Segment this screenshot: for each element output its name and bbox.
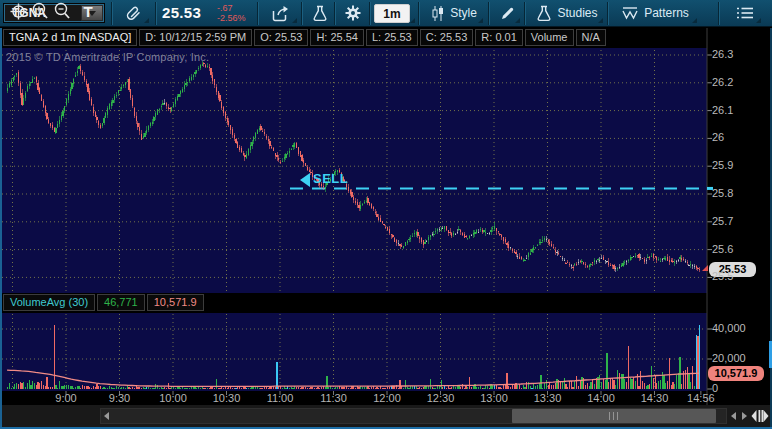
time-axis-label: 9:00 [55, 392, 76, 404]
copyright-watermark: 2015 © TD Ameritrade IP Company, Inc. [6, 51, 209, 63]
price-axis-label: 26.2 [712, 76, 733, 88]
thumb-grip [617, 412, 618, 420]
sell-marker-arrow-icon[interactable] [300, 173, 310, 187]
price-axis-label: 25.7 [712, 215, 733, 227]
time-axis-label: 9:30 [109, 392, 130, 404]
chart-canvas[interactable] [0, 0, 772, 429]
time-axis-label: 13:30 [534, 392, 562, 404]
volume-study-label[interactable]: VolumeAvg (30) [3, 294, 95, 311]
thinkorswim-chart-window: TGNA 25.53 -.67 -2.56% 1m [0, 0, 772, 429]
time-axis-label: 12:00 [373, 392, 401, 404]
price-axis-label: 25.5 [712, 270, 733, 282]
price-axis-label: 25.8 [712, 187, 733, 199]
price-axis-label: 26 [712, 131, 724, 143]
time-axis-label: 14:56 [687, 392, 715, 404]
price-axis-label: 25.6 [712, 243, 733, 255]
splitter-icon[interactable] [750, 407, 770, 425]
time-axis-label: 14:00 [587, 392, 615, 404]
time-axis-label: 10:30 [213, 392, 241, 404]
chart-scrollbar-thumb[interactable] [512, 409, 716, 423]
time-axis-label: 12:30 [427, 392, 455, 404]
volume-axis-label: 20,000 [712, 352, 746, 364]
price-axis-label: 25.9 [712, 159, 733, 171]
time-axis-label: 10:00 [159, 392, 187, 404]
time-axis-label: 11:30 [320, 392, 347, 404]
volume-study-header: VolumeAvg (30) 46,771 10,571.9 [3, 294, 204, 311]
sell-marker-label[interactable]: SELL [313, 171, 348, 186]
thumb-grip [613, 412, 614, 420]
price-axis-label: 26.1 [712, 104, 733, 116]
time-axis-label: 14:30 [641, 392, 669, 404]
scroll-step-right-button[interactable] [742, 412, 747, 420]
volume-current-value: 46,771 [97, 294, 145, 311]
volume-axis-label: 40,000 [712, 322, 746, 334]
price-axis-label: 26.3 [712, 48, 733, 60]
thumb-grip [609, 412, 610, 420]
scroll-step-left-button[interactable] [731, 412, 736, 420]
scroll-left-arrow-icon[interactable] [104, 412, 109, 420]
volume-avg-value: 10,571.9 [147, 294, 204, 311]
window-left-edge [0, 28, 2, 427]
volume-avg-badge: 10,571.9 [708, 366, 764, 381]
time-axis-label: 11:00 [267, 392, 294, 404]
time-axis-label: 13:00 [480, 392, 508, 404]
